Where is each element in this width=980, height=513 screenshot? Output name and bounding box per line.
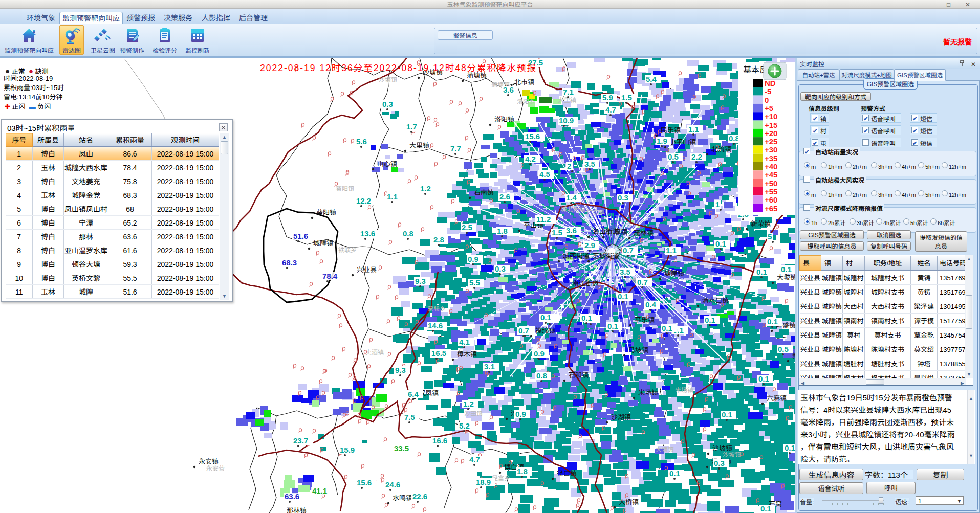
svg-text:16.5: 16.5 (431, 349, 446, 358)
svg-text:绿珠镇: 绿珠镇 (425, 511, 444, 513)
svg-text:ND: ND (765, 79, 776, 87)
svg-text:5.5: 5.5 (469, 278, 480, 287)
svg-text:兴业县: 兴业县 (357, 264, 377, 274)
svg-text:0.7: 0.7 (637, 278, 648, 286)
svg-text:1: 1 (715, 200, 720, 209)
svg-text:石和镇: 石和镇 (569, 370, 589, 380)
svg-text:+45: +45 (765, 170, 777, 179)
svg-text:33.5: 33.5 (394, 444, 409, 453)
svg-text:13.6: 13.6 (360, 229, 375, 238)
svg-text:5.6: 5.6 (356, 137, 367, 146)
svg-text:茂林镇: 茂林镇 (634, 228, 654, 237)
svg-text:1.1: 1.1 (666, 246, 677, 255)
svg-text:10.9: 10.9 (559, 116, 574, 125)
svg-text:1.2: 1.2 (420, 184, 431, 193)
svg-text:0.3: 0.3 (382, 100, 393, 108)
svg-text:51.6: 51.6 (293, 232, 308, 240)
svg-text:2.6: 2.6 (499, 192, 510, 201)
svg-text:北流镇: 北流镇 (711, 144, 731, 153)
svg-text:那林镇: 那林镇 (287, 505, 307, 513)
svg-text:78.4: 78.4 (322, 272, 338, 280)
svg-text:0.1: 0.1 (722, 410, 732, 419)
svg-text:4.7: 4.7 (605, 105, 616, 114)
svg-text:4.1: 4.1 (459, 338, 470, 346)
svg-text:18.9: 18.9 (476, 478, 491, 486)
svg-text:2.8: 2.8 (433, 235, 444, 244)
svg-text:0.1: 0.1 (767, 317, 778, 326)
svg-text:北市镇: 北市镇 (514, 77, 534, 86)
svg-text:0: 0 (765, 96, 769, 104)
svg-text:水鸣镇: 水鸣镇 (393, 493, 412, 502)
svg-text:大里镇: 大里镇 (409, 140, 429, 150)
svg-text:沙田镇: 沙田镇 (464, 409, 483, 417)
svg-text:9.3: 9.3 (395, 366, 406, 374)
svg-text:马坡镇: 马坡镇 (628, 345, 648, 354)
svg-text:0.8: 0.8 (536, 371, 547, 380)
svg-text:3.1: 3.1 (484, 362, 495, 371)
svg-text:6.4: 6.4 (408, 390, 419, 398)
svg-text:1.7: 1.7 (406, 122, 417, 131)
svg-text:12.2: 12.2 (356, 196, 371, 205)
svg-text:0.5: 0.5 (778, 345, 789, 353)
svg-text:0.1: 0.1 (581, 314, 592, 322)
svg-text:0.3: 0.3 (618, 193, 628, 202)
svg-text:+55: +55 (765, 187, 777, 196)
svg-text:六麻镇: 六麻镇 (767, 393, 787, 403)
svg-text:米场镇: 米场镇 (638, 387, 658, 397)
svg-text:+5: +5 (765, 104, 773, 113)
svg-text:0.1: 0.1 (618, 292, 628, 301)
svg-text:城隍镇: 城隍镇 (313, 238, 333, 248)
svg-text:福绵镇: 福绵镇 (535, 325, 555, 335)
svg-text:0.1: 0.1 (781, 265, 792, 274)
svg-text:大里镇: 大里镇 (558, 95, 576, 104)
svg-text:+10: +10 (765, 112, 777, 121)
svg-text:新荣镇: 新荣镇 (751, 218, 771, 228)
svg-text:洛阳镇: 洛阳镇 (494, 114, 514, 124)
svg-text:仁东镇: 仁东镇 (586, 207, 605, 216)
svg-text:+65: +65 (765, 204, 777, 213)
svg-text:68.3: 68.3 (282, 258, 297, 267)
svg-text:63.6: 63.6 (285, 492, 299, 501)
svg-text:清水口镇: 清水口镇 (702, 295, 729, 305)
svg-text:+40: +40 (765, 162, 777, 171)
svg-text:2: 2 (567, 162, 571, 170)
svg-text:16.6: 16.6 (432, 436, 447, 445)
svg-text:0.1: 0.1 (705, 316, 715, 324)
svg-text:沙湖镇: 沙湖镇 (611, 412, 631, 421)
svg-text:径口镇: 径口镇 (557, 468, 577, 478)
svg-text:5.2: 5.2 (459, 421, 470, 430)
svg-text:15.6: 15.6 (357, 478, 372, 487)
svg-text:大塘镇: 大塘镇 (656, 444, 674, 453)
svg-text:1.5: 1.5 (621, 93, 632, 102)
svg-text:5.4: 5.4 (646, 75, 657, 83)
svg-text:0.3: 0.3 (714, 459, 725, 467)
svg-text:沙坡镇: 沙坡镇 (712, 443, 732, 453)
svg-text:平乐镇: 平乐镇 (635, 315, 655, 324)
svg-text:3.6: 3.6 (566, 226, 577, 235)
svg-text:永安镇: 永安镇 (199, 456, 219, 466)
svg-text:15.6: 15.6 (525, 132, 540, 141)
svg-text:城北街道: 城北街道 (561, 204, 585, 213)
svg-text:0.1: 0.1 (669, 469, 680, 478)
svg-text:2.5: 2.5 (462, 223, 472, 232)
svg-text:0.5: 0.5 (668, 152, 679, 161)
svg-text:4.7: 4.7 (469, 455, 480, 464)
svg-text:0.3: 0.3 (495, 264, 506, 273)
svg-text:+15: +15 (765, 121, 777, 129)
svg-text:城西街道: 城西街道 (563, 251, 590, 260)
svg-text:3.6: 3.6 (503, 85, 514, 94)
svg-text:铁联乡: 铁联乡 (338, 245, 357, 254)
svg-text:+35: +35 (765, 154, 777, 163)
svg-text:41.1: 41.1 (312, 486, 327, 495)
svg-text:3.5: 3.5 (584, 160, 595, 168)
svg-text:石南镇: 石南镇 (474, 187, 494, 197)
svg-text:+20: +20 (765, 129, 777, 138)
svg-text:4.2: 4.2 (525, 154, 536, 163)
svg-text:23.7: 23.7 (293, 436, 308, 445)
svg-text:米场镇: 米场镇 (675, 385, 693, 394)
svg-text:1.5: 1.5 (552, 228, 562, 237)
svg-text:4.5: 4.5 (539, 170, 550, 179)
svg-text:樟木镇: 樟木镇 (457, 349, 477, 359)
svg-text:2.2: 2.2 (691, 152, 702, 161)
svg-text:0.1: 0.1 (760, 504, 771, 513)
